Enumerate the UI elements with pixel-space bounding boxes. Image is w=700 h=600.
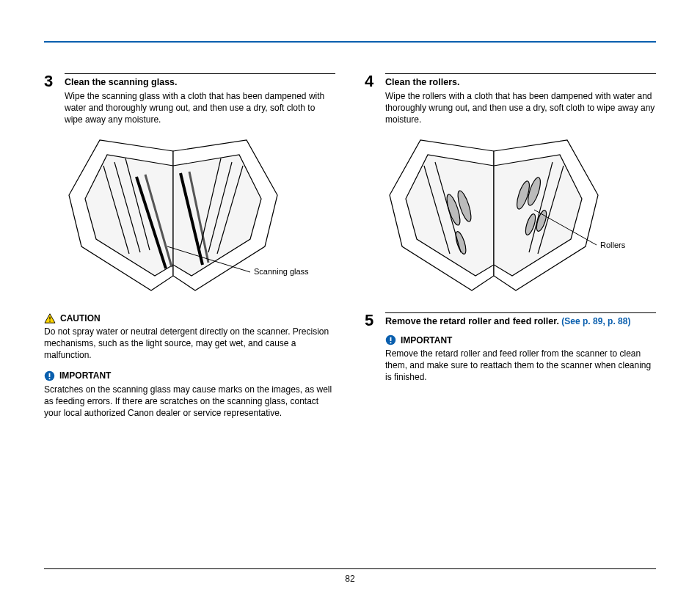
callout-scanning-glass: Scanning glass [254, 267, 309, 276]
step-body: Clean the scanning glass. Wipe the scann… [65, 73, 335, 126]
left-column: 3 Clean the scanning glass. Wipe the sca… [44, 73, 335, 563]
step-3: 3 Clean the scanning glass. Wipe the sca… [44, 73, 335, 126]
caution-label: CAUTION [60, 312, 101, 324]
step-title: Clean the rollers. [385, 77, 459, 87]
important-label: IMPORTANT [401, 334, 452, 346]
header-rule [44, 41, 656, 43]
important-icon [44, 370, 55, 381]
svg-point-11 [49, 378, 51, 379]
step-4: 4 Clean the rollers. Wipe the rollers wi… [365, 73, 656, 126]
caution-heading: CAUTION [44, 312, 335, 324]
step-number: 3 [44, 73, 57, 126]
callout-rollers: Rollers [600, 241, 625, 249]
step-title: Remove the retard roller and feed roller… [385, 316, 561, 326]
important-text: Scratches on the scanning glass may caus… [44, 384, 335, 420]
important-text: Remove the retard roller and feed roller… [385, 348, 656, 384]
caution-text: Do not spray water or neutral detergent … [44, 326, 335, 362]
page-cross-reference-link[interactable]: (See p. 89, p. 88) [561, 316, 630, 326]
important-icon [385, 334, 396, 345]
footer-rule [44, 568, 656, 569]
important-block: IMPORTANT Remove the retard roller and f… [385, 334, 656, 384]
step-body: Remove the retard roller and feed roller… [385, 312, 656, 329]
figure-rollers: Rollers [384, 136, 656, 305]
page-number: 82 [0, 574, 700, 584]
content-area: 3 Clean the scanning glass. Wipe the sca… [44, 73, 656, 563]
important-heading: IMPORTANT [44, 370, 335, 381]
svg-point-26 [390, 342, 392, 343]
caution-icon [44, 313, 56, 323]
caution-block: CAUTION Do not spray water or neutral de… [44, 312, 335, 362]
important-heading: IMPORTANT [385, 334, 656, 346]
figure-scanning-glass: Scanning glass [63, 136, 335, 305]
manual-page: 3 Clean the scanning glass. Wipe the sca… [0, 0, 700, 600]
important-block: IMPORTANT Scratches on the scanning glas… [44, 370, 335, 419]
scanner-open-illustration [63, 136, 283, 298]
step-5: 5 Remove the retard roller and feed roll… [365, 312, 656, 329]
step-number: 5 [365, 312, 378, 329]
step-number: 4 [365, 73, 378, 126]
right-column: 4 Clean the rollers. Wipe the rollers wi… [365, 73, 656, 563]
step-title: Clean the scanning glass. [65, 77, 178, 87]
step-description: Wipe the rollers with a cloth that has b… [385, 90, 656, 126]
step-body: Clean the rollers. Wipe the rollers with… [385, 73, 656, 126]
svg-point-8 [49, 321, 51, 322]
important-label: IMPORTANT [59, 370, 111, 381]
step-description: Wipe the scanning glass with a cloth tha… [65, 90, 335, 126]
scanner-open-illustration [384, 136, 604, 298]
